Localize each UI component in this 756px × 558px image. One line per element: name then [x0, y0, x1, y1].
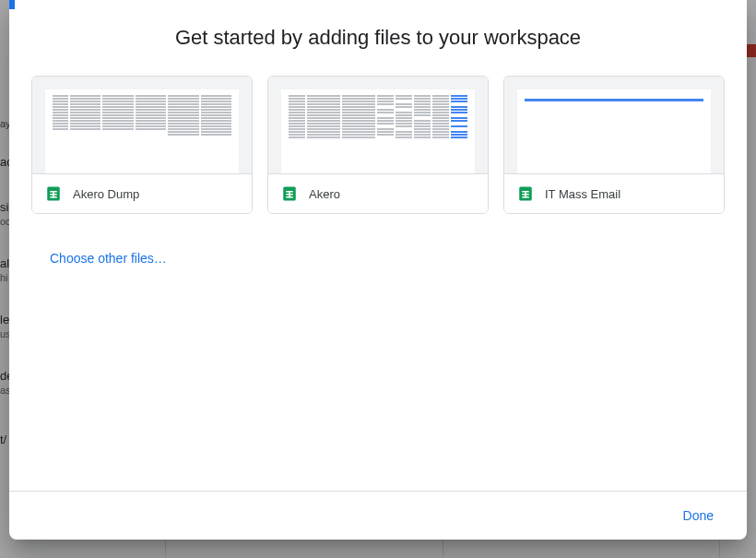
file-thumbnail: [32, 77, 252, 173]
modal-body: Get started by adding files to your work…: [9, 0, 747, 491]
sheets-icon: [45, 185, 62, 202]
modal-footer: Done: [9, 491, 747, 540]
file-name-label: Akero: [309, 187, 340, 201]
done-button[interactable]: Done: [672, 501, 725, 530]
file-card-akero-dump[interactable]: Akero Dump: [31, 76, 253, 214]
svg-rect-14: [525, 191, 526, 198]
svg-rect-9: [289, 191, 290, 198]
file-thumbnail: [268, 77, 488, 173]
svg-rect-4: [53, 191, 54, 198]
modal-title: Get started by adding files to your work…: [31, 26, 725, 50]
file-name-label: Akero Dump: [73, 187, 139, 201]
file-thumbnail: [504, 77, 724, 173]
modal-accent: [9, 0, 15, 9]
file-card-akero[interactable]: Akero: [267, 76, 489, 214]
file-name-label: IT Mass Email: [545, 187, 620, 201]
file-cards-row: Akero Dump: [31, 76, 725, 214]
file-card-it-mass-email[interactable]: IT Mass Email: [503, 76, 725, 214]
file-footer: IT Mass Email: [504, 173, 724, 213]
choose-other-files-link[interactable]: Choose other files…: [50, 243, 167, 273]
sheets-icon: [281, 185, 298, 202]
add-files-modal: Get started by adding files to your work…: [9, 0, 747, 540]
sheets-icon: [517, 185, 534, 202]
file-footer: Akero Dump: [32, 173, 252, 213]
file-footer: Akero: [268, 173, 488, 213]
